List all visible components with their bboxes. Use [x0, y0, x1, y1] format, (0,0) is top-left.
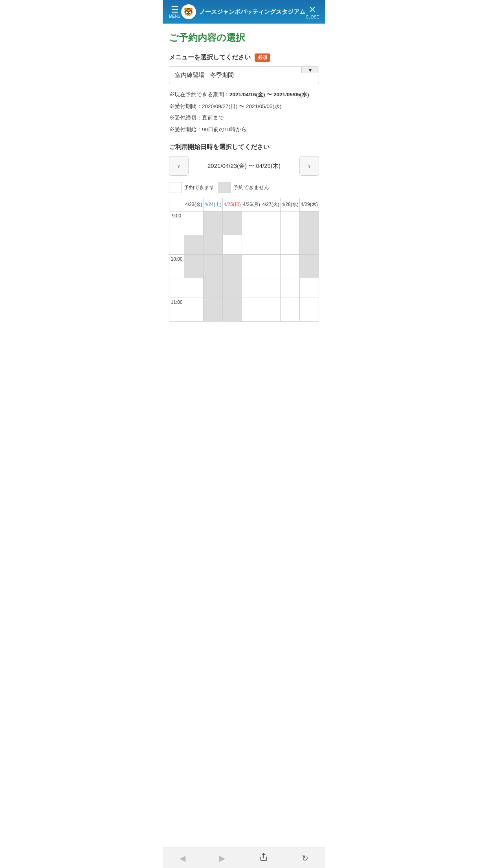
close-label: CLOSE	[306, 15, 319, 19]
start-info: ※受付開始：90日前の10時から	[169, 125, 319, 134]
slot-1100-thu[interactable]	[300, 298, 319, 322]
slot-1100-sat	[204, 298, 223, 322]
dropdown-arrow-icon[interactable]: ▼	[301, 67, 319, 73]
slot-1000-fri	[184, 255, 204, 278]
date-navigation: ‹ 2021/04/23(金) 〜 04/29(木) ›	[169, 156, 319, 176]
time-empty-2	[169, 278, 184, 298]
hamburger-icon: ☰	[169, 6, 180, 14]
calendar-table: 4/23(金) 4/24(土) 4/25(日) 4/26(月) 4/27(火) …	[169, 198, 319, 322]
time-header	[169, 198, 184, 211]
required-badge: 必須	[255, 53, 270, 62]
time-900: 9:00	[169, 211, 184, 235]
slot-1030-mon[interactable]	[242, 278, 261, 298]
next-week-button[interactable]: ›	[299, 156, 319, 176]
slot-1000-mon[interactable]	[242, 255, 261, 278]
slot-1030-thu[interactable]	[300, 278, 319, 298]
slot-1030-sun	[223, 278, 242, 298]
table-row: 10:00	[169, 255, 319, 278]
slot-1030-wed[interactable]	[281, 278, 300, 298]
table-row: 11:00	[169, 298, 319, 322]
slot-930-thu	[300, 235, 319, 255]
col-sat: 4/24(土)	[204, 198, 223, 211]
table-row	[169, 278, 319, 298]
date-range-text: 2021/04/23(金) 〜 04/29(木)	[189, 162, 299, 170]
legend-unavailable: 予約できません	[218, 182, 269, 193]
slot-1000-tue[interactable]	[261, 255, 281, 278]
page-title: ご予約内容の選択	[169, 30, 319, 44]
slot-900-sun	[223, 211, 242, 235]
slot-900-tue[interactable]	[261, 211, 281, 235]
col-thu: 4/29(木)	[300, 198, 319, 211]
calendar-header-row: 4/23(金) 4/24(土) 4/25(日) 4/26(月) 4/27(火) …	[169, 198, 319, 211]
time-empty-1	[169, 235, 184, 255]
unavailable-box	[218, 182, 231, 193]
available-box	[169, 182, 182, 193]
usage-section-label: ご利用開始日時を選択してください	[169, 143, 319, 151]
main-content: ご予約内容の選択 メニューを選択してください 必須 室内練習場 冬季期間 ▼ ※…	[163, 24, 325, 353]
calendar-wrapper: 4/23(金) 4/24(土) 4/25(日) 4/26(月) 4/27(火) …	[169, 198, 319, 322]
slot-1030-fri[interactable]	[184, 278, 204, 298]
slot-900-wed[interactable]	[281, 211, 300, 235]
reception-period-info: ※受付期間：2020/09/27(日) 〜 2021/05/05(水)	[169, 102, 319, 111]
header: ☰ MENU 🐯 ノースジャンボバッティングスタジアム ✕ CLOSE	[163, 0, 325, 24]
legend-available: 予約できます	[169, 182, 215, 193]
menu-label: MENU	[169, 14, 180, 18]
slot-900-fri[interactable]	[184, 211, 204, 235]
col-tue: 4/27(火)	[261, 198, 281, 211]
prev-icon: ‹	[178, 162, 180, 171]
slot-930-sat	[204, 235, 223, 255]
slot-1000-wed[interactable]	[281, 255, 300, 278]
menu-select-value: 室内練習場 冬季期間	[169, 67, 301, 84]
slot-1000-sat	[204, 255, 223, 278]
slot-1000-thu	[300, 255, 319, 278]
slot-1100-mon[interactable]	[242, 298, 261, 322]
col-fri: 4/23(金)	[184, 198, 204, 211]
deadline-info: ※受付締切：直前まで	[169, 114, 319, 122]
legend: 予約できます 予約できません	[169, 182, 319, 193]
menu-button[interactable]: ☰ MENU	[169, 6, 180, 18]
slot-930-sun[interactable]	[223, 235, 242, 255]
unavailable-label: 予約できません	[233, 184, 269, 191]
available-period-info: ※現在予約できる期間：2021/04/16(金) 〜 2021/05/05(水)	[169, 90, 319, 99]
slot-930-wed[interactable]	[281, 235, 300, 255]
slot-930-tue[interactable]	[261, 235, 281, 255]
col-wed: 4/28(水)	[281, 198, 300, 211]
close-icon: ✕	[306, 5, 319, 15]
table-row: 9:00	[169, 211, 319, 235]
slot-1100-tue[interactable]	[261, 298, 281, 322]
slot-1030-sat	[204, 278, 223, 298]
slot-1100-wed[interactable]	[281, 298, 300, 322]
time-1100: 11:00	[169, 298, 184, 322]
slot-900-thu	[300, 211, 319, 235]
slot-930-mon[interactable]	[242, 235, 261, 255]
col-mon: 4/26(月)	[242, 198, 261, 211]
site-title: ノースジャンボバッティングスタジアム	[199, 8, 305, 16]
menu-select[interactable]: 室内練習場 冬季期間 ▼	[169, 66, 319, 84]
close-button[interactable]: ✕ CLOSE	[306, 5, 319, 19]
header-logo: 🐯 ノースジャンボバッティングスタジアム	[181, 4, 305, 19]
slot-1000-sun	[223, 255, 242, 278]
prev-week-button[interactable]: ‹	[169, 156, 189, 176]
table-row	[169, 235, 319, 255]
next-icon: ›	[308, 162, 311, 171]
slot-1030-tue[interactable]	[261, 278, 281, 298]
slot-900-sat	[204, 211, 223, 235]
logo-icon: 🐯	[181, 4, 196, 19]
slot-1100-fri[interactable]	[184, 298, 204, 322]
time-1000: 10:00	[169, 255, 184, 278]
col-sun: 4/25(日)	[223, 198, 242, 211]
menu-section-label: メニューを選択してください 必須	[169, 53, 319, 62]
available-label: 予約できます	[184, 184, 215, 191]
slot-1100-sun	[223, 298, 242, 322]
slot-930-fri	[184, 235, 204, 255]
slot-900-mon[interactable]	[242, 211, 261, 235]
